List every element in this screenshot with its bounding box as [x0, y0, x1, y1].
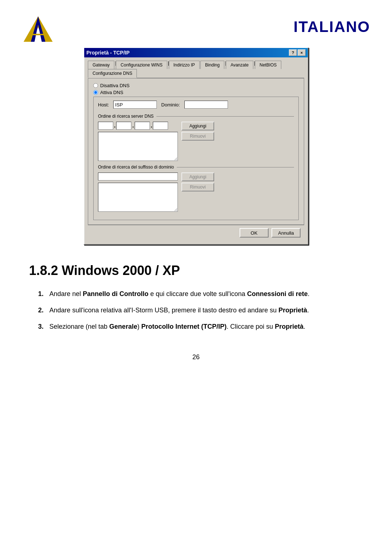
tab-gateway[interactable]: Gateway [88, 61, 114, 69]
ip-dot3: . [151, 122, 152, 130]
disable-dns-row: Disattiva DNS [93, 83, 299, 88]
enable-dns-row: Attiva DNS [93, 90, 299, 95]
titlebar-buttons: ? × [289, 49, 306, 56]
list-item: 1. Andare nel Pannello di Controllo e qu… [29, 289, 363, 299]
text-mid1: ) [137, 323, 141, 330]
tab-netbios[interactable]: NetBIOS [255, 61, 281, 69]
item-number: 1. [29, 289, 44, 299]
instruction-text: Andare sull'icona relativa all'I-Storm U… [49, 305, 363, 315]
item-number: 3. [29, 322, 44, 332]
ok-button[interactable]: OK [240, 228, 269, 238]
disable-dns-label: Disattiva DNS [100, 83, 130, 88]
close-button[interactable]: × [298, 49, 306, 56]
section-heading: 1.8.2 Windows 2000 / XP [29, 263, 363, 278]
suffix-list[interactable] [98, 183, 178, 212]
instruction-text: Selezionare (nel tab Generale) Protocoll… [49, 322, 363, 332]
bold-text2: Protocollo Internet (TCP/IP) [141, 323, 226, 330]
host-domain-row: Host: Dominio: [98, 101, 294, 109]
dns-settings-group: Host: Dominio: Ordine di ricerca server … [93, 97, 299, 220]
dns-ip-octet3[interactable] [135, 122, 150, 130]
dns-tab-panel: Disattiva DNS Attiva DNS Host: Domini [88, 78, 304, 225]
tab-indirizzo-ip[interactable]: Indirizzo IP [169, 61, 200, 69]
dns-server-section-label: Ordine di ricerca server DNS [98, 114, 294, 119]
text-before: Selezionare (nel tab [49, 323, 109, 330]
list-item: 3. Selezionare (nel tab Generale) Protoc… [29, 322, 363, 332]
dns-ip-octet2[interactable] [116, 122, 131, 130]
dialog-titlebar: Proprietà - TCP/IP ? × [84, 48, 308, 57]
bold-text1: Pannello di Controllo [83, 290, 148, 297]
dns-ip-octet4[interactable] [153, 122, 168, 130]
top-section: ITALIANO [22, 15, 370, 44]
host-input[interactable] [113, 101, 157, 109]
list-item: 2. Andare sull'icona relativa all'I-Stor… [29, 305, 363, 315]
dns-list-area [98, 132, 178, 161]
dns-remove-button[interactable]: Rimuovi [181, 132, 214, 141]
suffix-input[interactable] [98, 173, 178, 181]
dns-server-buttons: Aggiungi Rimuovi [181, 122, 214, 141]
bold-text1: Proprietà [278, 307, 307, 314]
suffix-add-button[interactable]: Aggiungi [181, 173, 214, 181]
enable-dns-label: Attiva DNS [100, 90, 123, 95]
main-content: 1.8.2 Windows 2000 / XP 1. Andare nel Pa… [22, 263, 370, 361]
dns-ip-octet1[interactable] [98, 122, 113, 130]
text-mid2: . Cliccare poi su [226, 323, 275, 330]
instruction-list: 1. Andare nel Pannello di Controllo e qu… [29, 289, 363, 332]
dialog-footer: OK Annulla [88, 225, 304, 240]
text-before: Andare sull'icona relativa all'I-Storm U… [49, 307, 278, 314]
tab-binding[interactable]: Binding [200, 61, 224, 69]
text-after: . [303, 323, 305, 330]
cancel-button[interactable]: Annulla [271, 228, 301, 238]
tabs-row: Gateway | Configurazione WINS | Indirizz… [88, 60, 304, 78]
dns-add-button[interactable]: Aggiungi [181, 122, 214, 130]
bold-text2: Connessioni di rete [247, 290, 308, 297]
brand-logo [22, 15, 54, 44]
text-after: . [308, 290, 310, 297]
tcp-ip-dialog: Proprietà - TCP/IP ? × Gateway | Configu… [83, 47, 309, 245]
help-button[interactable]: ? [289, 49, 297, 56]
text-before: Andare nel [49, 290, 83, 297]
tab-wins[interactable]: Configurazione WINS [116, 61, 167, 69]
tab-conf-dns[interactable]: Configurazione DNS [88, 69, 137, 78]
italiano-label: ITALIANO [294, 18, 370, 36]
domain-suffix-section-label: Ordine di ricerca del suffisso di domini… [98, 165, 294, 170]
suffix-buttons: Aggiungi Rimuovi [181, 173, 214, 191]
dialog-body: Gateway | Configurazione WINS | Indirizz… [84, 57, 308, 244]
dialog-wrapper: Proprietà - TCP/IP ? × Gateway | Configu… [22, 47, 370, 245]
bold-text1: Generale [109, 323, 137, 330]
tab-avanzate[interactable]: Avanzate [226, 61, 253, 69]
disable-dns-radio[interactable] [93, 83, 98, 88]
enable-dns-radio[interactable] [93, 90, 98, 95]
dns-input-area: . . . [98, 122, 294, 161]
host-label: Host: [98, 102, 109, 108]
text-after: . [307, 307, 309, 314]
ip-dot2: . [132, 122, 134, 130]
ip-dot1: . [114, 122, 115, 130]
text-mid1: e qui cliccare due volte sull'icona [148, 290, 247, 297]
bold-text3: Proprietà [275, 323, 303, 330]
page-container: ITALIANO Proprietà - TCP/IP ? × Gateway … [0, 0, 392, 555]
dns-server-list[interactable] [98, 132, 178, 161]
dns-ip-fields: . . . [98, 122, 178, 130]
instruction-text: Andare nel Pannello di Controllo e qui c… [49, 289, 363, 299]
suffix-remove-button[interactable]: Rimuovi [181, 183, 214, 191]
domain-input[interactable] [184, 101, 228, 109]
dialog-title: Proprietà - TCP/IP [86, 50, 130, 56]
domain-label: Dominio: [161, 102, 180, 108]
page-number: 26 [29, 353, 363, 361]
suffix-input-area: Aggiungi Rimuovi [98, 173, 294, 212]
item-number: 2. [29, 305, 44, 315]
